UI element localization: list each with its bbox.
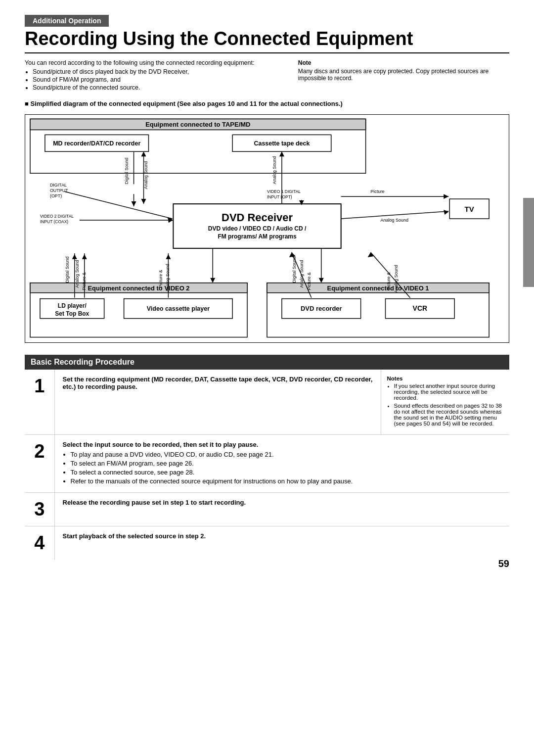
intro-bullet-1: Sound/picture of discs played back by th… xyxy=(33,68,278,75)
analog-sound-dvdr: Analog Sound xyxy=(299,260,304,287)
step-4-row: 4 Start playback of the selected source … xyxy=(25,526,509,560)
page-container: Additional Operation Recording Using the… xyxy=(0,0,534,579)
digital-output-label3: (OPT) xyxy=(50,193,62,198)
video1-digital-label: VIDEO 1 DIGITAL xyxy=(267,189,301,194)
picture-vcr: Picture & xyxy=(386,272,391,290)
diagram-svg: Equipment connected to TAPE/MD MD record… xyxy=(25,115,509,342)
video2-digital-label: VIDEO 2 DIGITAL xyxy=(40,214,74,219)
step-2-bullet-4: Refer to the manuals of the connected so… xyxy=(71,477,502,485)
step-3-num: 3 xyxy=(25,492,54,526)
intro-bullet-2: Sound of FM/AM programs, and xyxy=(33,76,278,83)
video2-label: Equipment connected to VIDEO 2 xyxy=(88,284,189,292)
arrow-picture-tv xyxy=(444,194,448,199)
ld-player-line1: LD player/ xyxy=(58,302,87,309)
picture-vc: Picture & xyxy=(158,270,163,287)
step-1-notes: Notes If you select another input source… xyxy=(381,370,509,435)
side-tab xyxy=(523,198,534,287)
dvd-receiver-title: DVD Receiver xyxy=(222,211,293,224)
md-recorder-label: MD recorder/DAT/CD recorder xyxy=(53,140,140,147)
ld-player-line2: Set Top Box xyxy=(55,310,89,317)
arrow-analog-tv xyxy=(444,210,448,215)
digital-sound-dvdr: Digital Sound xyxy=(292,256,297,283)
step-1-text: Set the recording equipment (MD recorder… xyxy=(63,376,373,390)
cassette-deck-label: Cassette tape deck xyxy=(254,140,310,147)
video1-label: Equipment connected to VIDEO 1 xyxy=(327,284,429,292)
vcr-label: VCR xyxy=(413,304,427,312)
digital-sound-label-1: Digital Sound xyxy=(124,158,129,184)
page-number: 59 xyxy=(498,558,509,569)
picture-label-tv: Picture xyxy=(371,189,385,194)
page-title: Recording Using the Connected Equipment xyxy=(25,29,509,53)
note-2: Sound effects described on pages 32 to 3… xyxy=(394,403,504,426)
step-1-num: 1 xyxy=(25,370,54,435)
step-2-bullets: To play and pause a DVD video, VIDEO CD,… xyxy=(71,451,502,485)
digital-output-label: DIGITAL xyxy=(50,183,67,188)
video2-digital-label2: INPUT (COAX) xyxy=(40,219,68,224)
dvd-subtitle-1: DVD video / VIDEO CD / Audio CD / xyxy=(208,225,307,232)
tv-label: TV xyxy=(465,205,474,213)
note-1: If you select another input source durin… xyxy=(394,383,504,401)
notes-title: Notes xyxy=(387,376,504,381)
arrow-ld-digital xyxy=(72,254,77,259)
diagram-note: ■ Simplified diagram of the connected eq… xyxy=(25,100,509,107)
note-text: Many discs and sources are copy protecte… xyxy=(298,68,509,82)
step-3-text: Release the recording pause set in step … xyxy=(63,499,502,506)
step-2-content: Select the input source to be recorded, … xyxy=(54,434,509,492)
intro-left: You can record according to the followin… xyxy=(25,59,278,92)
equipment-diagram: Equipment connected to TAPE/MD MD record… xyxy=(25,114,509,343)
step-2-bullet-2: To select an FM/AM program, see page 26. xyxy=(71,460,502,467)
arrow-dvd-recorder-up xyxy=(289,252,296,257)
arrow-ld-analog xyxy=(82,254,87,259)
arrow-analog-md xyxy=(141,199,146,204)
procedure-table: 1 Set the recording equipment (MD record… xyxy=(25,370,509,560)
step-4-content: Start playback of the selected source in… xyxy=(54,526,509,560)
tape-md-label: Equipment connected to TAPE/MD xyxy=(145,121,250,128)
intro-section: You can record according to the followin… xyxy=(25,59,509,92)
step-3-row: 3 Release the recording pause set in ste… xyxy=(25,492,509,526)
analog-sound-tv: Analog Sound xyxy=(381,218,408,223)
intro-bullet-3: Sound/picture of the connected source. xyxy=(33,84,278,91)
additional-operation-bar: Additional Operation xyxy=(25,15,109,27)
intro-left-text: You can record according to the followin… xyxy=(25,59,254,66)
step-1-row: 1 Set the recording equipment (MD record… xyxy=(25,370,509,435)
step-2-bullet-3: To select a connected source, see page 2… xyxy=(71,469,502,476)
step-3-content: Release the recording pause set in step … xyxy=(54,492,509,526)
analog-vcr: Analog Sound xyxy=(394,265,399,292)
arrow-md-to-dvd xyxy=(132,201,136,206)
analog-sound-label-2: Analog Sound xyxy=(272,156,277,184)
step-1-content: Set the recording equipment (MD recorder… xyxy=(54,370,381,435)
analog-vc: Analog Sound xyxy=(165,264,170,291)
digital-sound-ld: Digital Sound xyxy=(65,256,70,283)
svg-line-17 xyxy=(65,191,173,219)
step-4-text: Start playback of the selected source in… xyxy=(63,532,502,540)
step-2-bullet-1: To play and pause a DVD video, VIDEO CD,… xyxy=(71,451,502,458)
picture-ld: Picture & xyxy=(82,272,87,290)
step-2-text: Select the input source to be recorded, … xyxy=(63,441,502,448)
basic-recording-section: Basic Recording Procedure 1 Set the reco… xyxy=(25,355,509,560)
video1-digital-label2: INPUT (OPT) xyxy=(267,194,292,199)
arrow-top-analog xyxy=(141,151,146,156)
arrow-dvd-to-video1 xyxy=(319,278,324,283)
step-2-row: 2 Select the input source to be recorded… xyxy=(25,434,509,492)
digital-output-label2: OUTPUT xyxy=(50,188,68,193)
arrow-cassette xyxy=(279,151,284,156)
step-2-num: 2 xyxy=(25,434,54,492)
diagram-note-text: ■ Simplified diagram of the connected eq… xyxy=(25,100,343,107)
analog-sound-label-1: Analog Sound xyxy=(143,161,148,189)
dvd-recorder-label: DVD recorder xyxy=(301,304,342,312)
arrow-dvd-to-video2 xyxy=(210,278,215,283)
analog-sound-ld: Analog Sound xyxy=(75,260,80,287)
note-title: Note xyxy=(298,59,509,66)
video-cassette-label: Video cassette player xyxy=(147,305,210,312)
notes-list: If you select another input source durin… xyxy=(394,383,504,426)
picture-dvdr: Picture & xyxy=(307,272,312,290)
dvd-subtitle-2: FM programs/ AM programs xyxy=(218,233,297,240)
section-header: Basic Recording Procedure xyxy=(25,355,509,370)
step-4-num: 4 xyxy=(25,526,54,560)
arrow-vc-up xyxy=(166,254,171,259)
intro-bullets: Sound/picture of discs played back by th… xyxy=(33,68,278,91)
intro-right: Note Many discs and sources are copy pro… xyxy=(298,59,509,92)
